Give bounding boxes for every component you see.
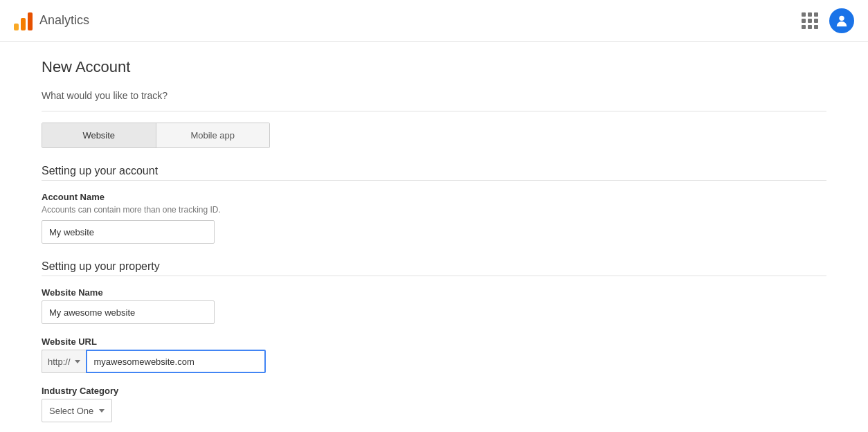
grid-dot <box>802 12 806 17</box>
industry-category-value: Select One <box>49 406 93 416</box>
divider-3 <box>42 276 826 276</box>
navbar-right <box>802 8 854 33</box>
account-section: Setting up your account Account Name Acc… <box>42 165 826 244</box>
industry-category-label: Industry Category <box>42 386 826 396</box>
website-url-input[interactable] <box>86 350 266 373</box>
protocol-chevron-icon <box>75 360 80 363</box>
svg-point-0 <box>839 15 844 20</box>
grid-dot <box>814 19 818 23</box>
tab-website[interactable]: Website <box>42 123 156 147</box>
logo-bar-1 <box>14 24 19 30</box>
account-section-title: Setting up your account <box>42 165 826 177</box>
apps-icon[interactable] <box>802 12 818 29</box>
divider-2 <box>42 180 826 181</box>
logo-bar-2 <box>21 18 26 30</box>
website-name-label: Website Name <box>42 287 826 298</box>
website-name-field-group: Website Name <box>42 287 826 324</box>
navbar-left: Analytics <box>14 11 89 30</box>
user-avatar[interactable] <box>829 8 854 33</box>
navbar-title: Analytics <box>39 13 89 28</box>
grid-dot <box>802 25 806 29</box>
protocol-value: http:// <box>48 357 71 367</box>
website-url-label: Website URL <box>42 336 826 347</box>
account-name-input[interactable] <box>42 220 215 244</box>
grid-dot <box>808 12 812 17</box>
industry-chevron-icon <box>99 409 105 413</box>
industry-category-select[interactable]: Select One <box>42 399 112 422</box>
grid-dot <box>802 19 806 23</box>
track-question: What would you like to track? <box>42 90 826 101</box>
page-title: New Account <box>42 58 826 76</box>
navbar: Analytics <box>0 0 868 42</box>
account-name-hint: Accounts can contain more than one track… <box>42 205 826 215</box>
account-name-label: Account Name <box>42 192 826 202</box>
grid-dot <box>814 25 818 29</box>
logo-bar-3 <box>28 12 33 30</box>
url-row: http:// <box>42 350 826 373</box>
grid-dot <box>808 19 812 23</box>
website-url-field-group: Website URL http:// <box>42 336 826 373</box>
divider-1 <box>42 111 826 111</box>
property-section-title: Setting up your property <box>42 260 826 273</box>
grid-dot <box>814 12 818 17</box>
website-name-input[interactable] <box>42 300 215 324</box>
industry-category-field-group: Industry Category Select One <box>42 386 826 422</box>
account-name-field-group: Account Name Accounts can contain more t… <box>42 192 826 244</box>
track-type-tabs: Website Mobile app <box>42 123 270 148</box>
property-section: Setting up your property Website Name We… <box>42 260 826 432</box>
tab-mobile-app[interactable]: Mobile app <box>156 123 270 147</box>
main-content: New Account What would you like to track… <box>0 42 868 432</box>
analytics-logo-icon <box>14 11 33 30</box>
url-protocol-select[interactable]: http:// <box>42 350 86 373</box>
grid-dot <box>808 25 812 29</box>
